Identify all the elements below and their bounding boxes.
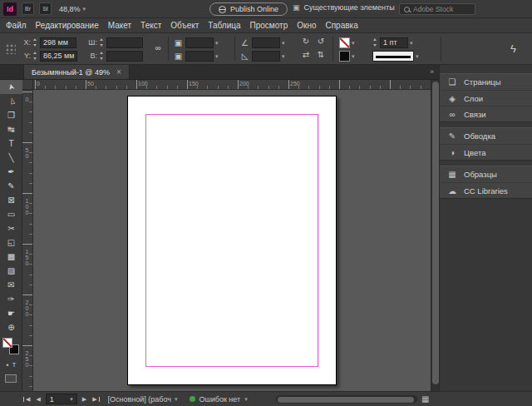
panel-tab-cc-libraries[interactable]: ☁CC Libraries bbox=[440, 182, 532, 198]
panel-tab-swatches[interactable]: ▦Образцы bbox=[440, 166, 532, 182]
width-field[interactable]: Ш: bbox=[86, 37, 143, 48]
scale-y-field[interactable]: ▣ ▾ bbox=[173, 50, 219, 62]
pencil-tool[interactable]: ✎ bbox=[0, 179, 22, 193]
publish-online-button[interactable]: Publish Online bbox=[209, 2, 288, 16]
stroke-weight-stepper[interactable] bbox=[372, 37, 378, 47]
direct-selection-tool[interactable]: ▻ bbox=[0, 94, 22, 108]
reference-point-proxy[interactable] bbox=[5, 43, 16, 54]
horizontal-scrollbar[interactable] bbox=[276, 395, 417, 404]
x-position-field[interactable]: X: 298 мм bbox=[20, 37, 76, 48]
master-page-dropdown[interactable]: [Основной] (рабоч ▾ bbox=[108, 395, 178, 404]
selection-tool[interactable]: ➤ bbox=[0, 80, 22, 94]
y-stepper[interactable] bbox=[32, 51, 38, 61]
fill-swatch-icon[interactable] bbox=[2, 338, 12, 348]
hand-tool[interactable]: ☛ bbox=[0, 306, 22, 320]
zoom-tool[interactable]: ⊕ bbox=[0, 320, 22, 334]
workspace-switcher-dropdown[interactable]: ▣ Существующие элементы ▾ bbox=[293, 3, 401, 12]
pen-tool[interactable]: ✒ bbox=[0, 165, 22, 179]
close-icon[interactable]: × bbox=[116, 67, 121, 77]
y-position-field[interactable]: Y: 86,25 мм bbox=[20, 50, 77, 62]
quick-apply-lightning-icon[interactable]: ϟ bbox=[510, 42, 516, 55]
line-tool[interactable]: ╲ bbox=[0, 151, 22, 165]
last-page-button[interactable]: ▶ bbox=[91, 394, 97, 404]
page-tool[interactable]: ❐ bbox=[0, 108, 22, 122]
scale-y-value[interactable] bbox=[185, 51, 214, 62]
rotate-90-cw-button[interactable]: ↻ bbox=[299, 36, 313, 47]
x-value[interactable]: 298 мм bbox=[40, 37, 76, 48]
menu-item-6[interactable]: Просмотр bbox=[250, 21, 288, 30]
formatting-affects-container-button[interactable]: ▪ bbox=[7, 361, 9, 369]
panel-tab-links[interactable]: ∞Связи bbox=[440, 106, 532, 121]
stroke-weight-dropdown[interactable]: 1 пт ▾ bbox=[372, 37, 413, 48]
height-stepper[interactable] bbox=[99, 51, 105, 61]
constrain-proportions-icon[interactable]: ∞ bbox=[151, 42, 165, 54]
adobe-stock-search[interactable] bbox=[399, 3, 475, 15]
document-tab[interactable]: Безымянный-1 @ 49% × bbox=[23, 65, 130, 79]
y-value[interactable]: 86,25 мм bbox=[40, 51, 77, 62]
menu-item-1[interactable]: Редактирование bbox=[36, 21, 99, 30]
shear-value[interactable] bbox=[252, 51, 280, 62]
tab-overflow-icon[interactable]: » bbox=[430, 67, 434, 76]
menu-item-7[interactable]: Окно bbox=[297, 21, 316, 30]
rotation-field[interactable]: ∠ ▾ bbox=[239, 37, 285, 48]
vertical-ruler[interactable]: 05 01 0 01 5 02 0 02 5 0 bbox=[22, 90, 33, 391]
height-field[interactable]: В: bbox=[86, 50, 143, 62]
menu-item-4[interactable]: Объект bbox=[170, 21, 199, 30]
ruler-origin-corner[interactable] bbox=[22, 80, 33, 90]
menu-item-3[interactable]: Текст bbox=[140, 21, 161, 30]
vertical-scrollbar[interactable] bbox=[431, 80, 439, 391]
stroke-weight-value[interactable]: 1 пт bbox=[380, 37, 408, 48]
panel-tab-pages[interactable]: ❏Страницы bbox=[440, 74, 532, 90]
rectangle-frame-tool[interactable]: ⊠ bbox=[0, 193, 22, 207]
gradient-feather-tool[interactable]: ▨ bbox=[0, 264, 22, 278]
search-input[interactable] bbox=[413, 5, 471, 13]
menu-item-2[interactable]: Макет bbox=[108, 21, 131, 30]
width-value[interactable] bbox=[106, 37, 143, 48]
previous-page-button[interactable]: ◀ bbox=[35, 394, 41, 404]
free-transform-tool[interactable]: ◱ bbox=[0, 235, 22, 250]
preflight-status[interactable]: Ошибок нет ▾ bbox=[190, 395, 248, 404]
panel-tab-layers[interactable]: ◈Слои bbox=[440, 90, 532, 106]
height-value[interactable] bbox=[106, 51, 143, 62]
menu-item-5[interactable]: Таблица bbox=[208, 21, 240, 30]
stroke-type-dropdown[interactable]: ▾ bbox=[372, 50, 419, 62]
scissors-tool[interactable]: ✂ bbox=[0, 221, 22, 235]
pasteboard[interactable] bbox=[33, 90, 431, 391]
menu-item-0[interactable]: Файл bbox=[6, 21, 27, 30]
horizontal-ruler[interactable]: 050100150200250 bbox=[33, 80, 431, 90]
page-number-dropdown[interactable]: 1 ▾ bbox=[46, 394, 77, 404]
vertical-scrollbar-thumb[interactable] bbox=[432, 82, 439, 384]
rotation-value[interactable] bbox=[252, 37, 280, 48]
type-tool[interactable]: T bbox=[0, 136, 22, 151]
bridge-button[interactable]: Br bbox=[22, 2, 34, 15]
formatting-affects-text-button[interactable]: T bbox=[12, 361, 16, 369]
panel-tab-color[interactable]: ◑Цвета bbox=[440, 144, 532, 160]
horizontal-scrollbar-thumb[interactable] bbox=[278, 397, 414, 403]
stroke-color-swatch[interactable]: ▾ bbox=[339, 37, 355, 48]
eyedropper-tool[interactable]: ✑ bbox=[0, 292, 22, 306]
width-stepper[interactable] bbox=[99, 37, 105, 47]
gap-tool[interactable]: ↹ bbox=[0, 122, 22, 136]
flip-vertical-button[interactable]: ⇅ bbox=[314, 49, 328, 61]
panel-tab-stroke[interactable]: ✎Обводка bbox=[440, 128, 532, 144]
document-page[interactable] bbox=[127, 96, 337, 385]
pages-view-button[interactable]: ▦ bbox=[421, 394, 429, 404]
menu-item-8[interactable]: Справка bbox=[325, 21, 357, 30]
zoom-level-dropdown[interactable]: 48,8% ▾ bbox=[57, 3, 88, 15]
next-page-button[interactable]: ▶ bbox=[81, 394, 87, 404]
rectangle-tool[interactable]: ▭ bbox=[0, 207, 22, 221]
document-tab-title: Безымянный-1 @ 49% bbox=[32, 68, 110, 77]
shear-field[interactable]: ◺ ▾ bbox=[239, 50, 285, 62]
flip-horizontal-button[interactable]: ⇄ bbox=[299, 49, 313, 61]
stock-button[interactable]: St bbox=[39, 2, 52, 15]
scale-x-value[interactable] bbox=[185, 37, 214, 48]
gradient-swatch-tool[interactable]: ▩ bbox=[0, 250, 22, 264]
screen-mode-button[interactable] bbox=[5, 374, 17, 383]
x-stepper[interactable] bbox=[32, 37, 38, 47]
note-tool[interactable]: ✉ bbox=[0, 278, 22, 292]
fill-color-swatch[interactable]: ▾ bbox=[339, 50, 355, 62]
scale-x-field[interactable]: ▣ ▾ bbox=[173, 37, 219, 48]
rotate-90-ccw-button[interactable]: ↺ bbox=[314, 36, 328, 47]
first-page-button[interactable]: ◀ bbox=[25, 394, 31, 404]
fill-stroke-swatches[interactable] bbox=[0, 336, 22, 358]
